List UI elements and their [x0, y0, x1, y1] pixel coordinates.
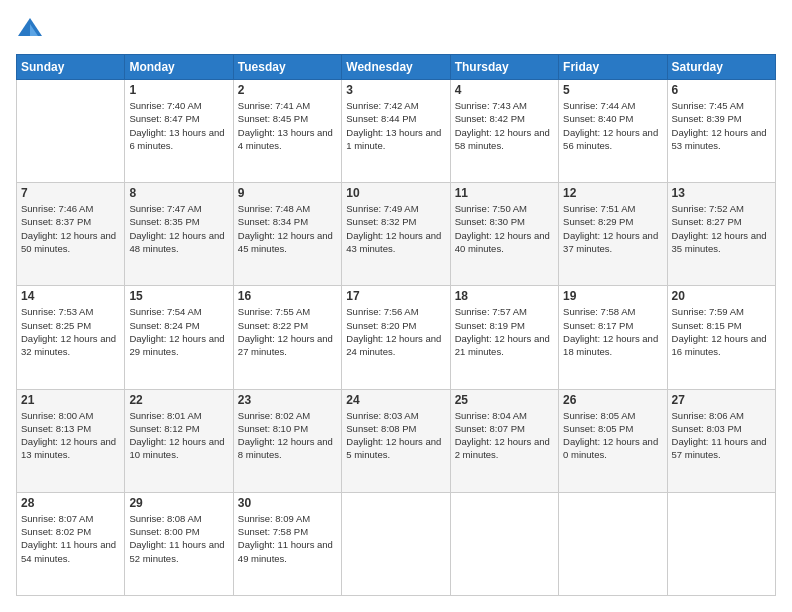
calendar-week-1: 1Sunrise: 7:40 AMSunset: 8:47 PMDaylight… [17, 80, 776, 183]
day-info: Sunrise: 8:06 AMSunset: 8:03 PMDaylight:… [672, 409, 771, 462]
day-info: Sunrise: 8:08 AMSunset: 8:00 PMDaylight:… [129, 512, 228, 565]
calendar-cell: 17Sunrise: 7:56 AMSunset: 8:20 PMDayligh… [342, 286, 450, 389]
day-number: 10 [346, 186, 445, 200]
day-number: 16 [238, 289, 337, 303]
calendar-week-2: 7Sunrise: 7:46 AMSunset: 8:37 PMDaylight… [17, 183, 776, 286]
day-number: 25 [455, 393, 554, 407]
calendar-week-5: 28Sunrise: 8:07 AMSunset: 8:02 PMDayligh… [17, 492, 776, 595]
calendar-week-4: 21Sunrise: 8:00 AMSunset: 8:13 PMDayligh… [17, 389, 776, 492]
calendar-cell: 7Sunrise: 7:46 AMSunset: 8:37 PMDaylight… [17, 183, 125, 286]
day-number: 26 [563, 393, 662, 407]
calendar-cell: 6Sunrise: 7:45 AMSunset: 8:39 PMDaylight… [667, 80, 775, 183]
calendar-cell: 12Sunrise: 7:51 AMSunset: 8:29 PMDayligh… [559, 183, 667, 286]
calendar-cell: 9Sunrise: 7:48 AMSunset: 8:34 PMDaylight… [233, 183, 341, 286]
weekday-header-saturday: Saturday [667, 55, 775, 80]
day-info: Sunrise: 8:09 AMSunset: 7:58 PMDaylight:… [238, 512, 337, 565]
day-number: 14 [21, 289, 120, 303]
calendar-cell: 24Sunrise: 8:03 AMSunset: 8:08 PMDayligh… [342, 389, 450, 492]
day-info: Sunrise: 7:44 AMSunset: 8:40 PMDaylight:… [563, 99, 662, 152]
weekday-header-thursday: Thursday [450, 55, 558, 80]
day-number: 28 [21, 496, 120, 510]
weekday-header-sunday: Sunday [17, 55, 125, 80]
day-info: Sunrise: 7:55 AMSunset: 8:22 PMDaylight:… [238, 305, 337, 358]
calendar-cell: 16Sunrise: 7:55 AMSunset: 8:22 PMDayligh… [233, 286, 341, 389]
day-info: Sunrise: 7:46 AMSunset: 8:37 PMDaylight:… [21, 202, 120, 255]
weekday-header-monday: Monday [125, 55, 233, 80]
day-info: Sunrise: 7:57 AMSunset: 8:19 PMDaylight:… [455, 305, 554, 358]
day-info: Sunrise: 8:03 AMSunset: 8:08 PMDaylight:… [346, 409, 445, 462]
day-info: Sunrise: 7:40 AMSunset: 8:47 PMDaylight:… [129, 99, 228, 152]
day-number: 30 [238, 496, 337, 510]
calendar-cell: 19Sunrise: 7:58 AMSunset: 8:17 PMDayligh… [559, 286, 667, 389]
calendar-cell: 27Sunrise: 8:06 AMSunset: 8:03 PMDayligh… [667, 389, 775, 492]
day-info: Sunrise: 7:41 AMSunset: 8:45 PMDaylight:… [238, 99, 337, 152]
day-number: 1 [129, 83, 228, 97]
day-number: 15 [129, 289, 228, 303]
logo-icon [16, 16, 44, 44]
calendar-cell: 3Sunrise: 7:42 AMSunset: 8:44 PMDaylight… [342, 80, 450, 183]
day-info: Sunrise: 7:58 AMSunset: 8:17 PMDaylight:… [563, 305, 662, 358]
calendar-week-3: 14Sunrise: 7:53 AMSunset: 8:25 PMDayligh… [17, 286, 776, 389]
weekday-header-row: SundayMondayTuesdayWednesdayThursdayFrid… [17, 55, 776, 80]
day-number: 8 [129, 186, 228, 200]
calendar-cell: 25Sunrise: 8:04 AMSunset: 8:07 PMDayligh… [450, 389, 558, 492]
calendar-cell: 23Sunrise: 8:02 AMSunset: 8:10 PMDayligh… [233, 389, 341, 492]
day-info: Sunrise: 7:52 AMSunset: 8:27 PMDaylight:… [672, 202, 771, 255]
calendar-table: SundayMondayTuesdayWednesdayThursdayFrid… [16, 54, 776, 596]
day-info: Sunrise: 7:59 AMSunset: 8:15 PMDaylight:… [672, 305, 771, 358]
calendar-cell [17, 80, 125, 183]
day-number: 20 [672, 289, 771, 303]
day-number: 12 [563, 186, 662, 200]
weekday-header-friday: Friday [559, 55, 667, 80]
calendar-cell: 10Sunrise: 7:49 AMSunset: 8:32 PMDayligh… [342, 183, 450, 286]
day-info: Sunrise: 7:49 AMSunset: 8:32 PMDaylight:… [346, 202, 445, 255]
day-info: Sunrise: 7:50 AMSunset: 8:30 PMDaylight:… [455, 202, 554, 255]
calendar-cell: 14Sunrise: 7:53 AMSunset: 8:25 PMDayligh… [17, 286, 125, 389]
day-info: Sunrise: 8:04 AMSunset: 8:07 PMDaylight:… [455, 409, 554, 462]
day-info: Sunrise: 8:00 AMSunset: 8:13 PMDaylight:… [21, 409, 120, 462]
day-info: Sunrise: 7:53 AMSunset: 8:25 PMDaylight:… [21, 305, 120, 358]
calendar-cell: 15Sunrise: 7:54 AMSunset: 8:24 PMDayligh… [125, 286, 233, 389]
day-info: Sunrise: 8:02 AMSunset: 8:10 PMDaylight:… [238, 409, 337, 462]
calendar-cell: 4Sunrise: 7:43 AMSunset: 8:42 PMDaylight… [450, 80, 558, 183]
day-number: 19 [563, 289, 662, 303]
page: SundayMondayTuesdayWednesdayThursdayFrid… [0, 0, 792, 612]
calendar-cell: 13Sunrise: 7:52 AMSunset: 8:27 PMDayligh… [667, 183, 775, 286]
calendar-cell: 1Sunrise: 7:40 AMSunset: 8:47 PMDaylight… [125, 80, 233, 183]
calendar-cell: 21Sunrise: 8:00 AMSunset: 8:13 PMDayligh… [17, 389, 125, 492]
day-info: Sunrise: 7:42 AMSunset: 8:44 PMDaylight:… [346, 99, 445, 152]
day-number: 9 [238, 186, 337, 200]
calendar-cell: 5Sunrise: 7:44 AMSunset: 8:40 PMDaylight… [559, 80, 667, 183]
calendar-cell [450, 492, 558, 595]
day-number: 29 [129, 496, 228, 510]
calendar-cell: 30Sunrise: 8:09 AMSunset: 7:58 PMDayligh… [233, 492, 341, 595]
day-info: Sunrise: 8:07 AMSunset: 8:02 PMDaylight:… [21, 512, 120, 565]
calendar-cell: 20Sunrise: 7:59 AMSunset: 8:15 PMDayligh… [667, 286, 775, 389]
day-number: 13 [672, 186, 771, 200]
calendar-cell [667, 492, 775, 595]
day-info: Sunrise: 7:47 AMSunset: 8:35 PMDaylight:… [129, 202, 228, 255]
calendar-cell: 2Sunrise: 7:41 AMSunset: 8:45 PMDaylight… [233, 80, 341, 183]
day-info: Sunrise: 8:01 AMSunset: 8:12 PMDaylight:… [129, 409, 228, 462]
calendar-cell: 8Sunrise: 7:47 AMSunset: 8:35 PMDaylight… [125, 183, 233, 286]
weekday-header-tuesday: Tuesday [233, 55, 341, 80]
day-number: 22 [129, 393, 228, 407]
day-info: Sunrise: 7:56 AMSunset: 8:20 PMDaylight:… [346, 305, 445, 358]
calendar-cell [342, 492, 450, 595]
day-number: 3 [346, 83, 445, 97]
day-number: 6 [672, 83, 771, 97]
day-info: Sunrise: 7:43 AMSunset: 8:42 PMDaylight:… [455, 99, 554, 152]
calendar-cell: 28Sunrise: 8:07 AMSunset: 8:02 PMDayligh… [17, 492, 125, 595]
day-number: 7 [21, 186, 120, 200]
day-number: 27 [672, 393, 771, 407]
day-info: Sunrise: 7:48 AMSunset: 8:34 PMDaylight:… [238, 202, 337, 255]
day-info: Sunrise: 7:51 AMSunset: 8:29 PMDaylight:… [563, 202, 662, 255]
day-info: Sunrise: 7:54 AMSunset: 8:24 PMDaylight:… [129, 305, 228, 358]
weekday-header-wednesday: Wednesday [342, 55, 450, 80]
day-info: Sunrise: 7:45 AMSunset: 8:39 PMDaylight:… [672, 99, 771, 152]
logo [16, 16, 48, 44]
day-number: 17 [346, 289, 445, 303]
calendar-cell: 29Sunrise: 8:08 AMSunset: 8:00 PMDayligh… [125, 492, 233, 595]
day-info: Sunrise: 8:05 AMSunset: 8:05 PMDaylight:… [563, 409, 662, 462]
day-number: 18 [455, 289, 554, 303]
